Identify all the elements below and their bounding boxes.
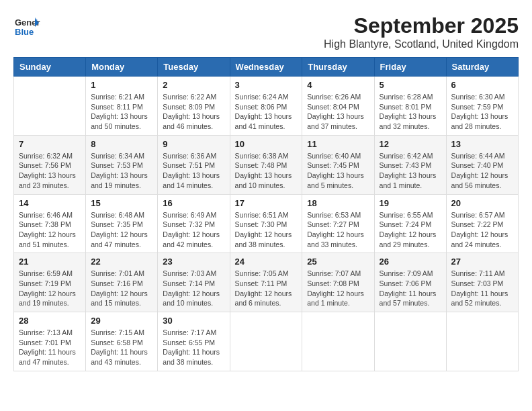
day-cell: 28Sunrise: 7:13 AM Sunset: 7:01 PM Dayli… xyxy=(14,312,86,371)
day-cell: 19Sunrise: 6:55 AM Sunset: 7:24 PM Dayli… xyxy=(374,194,446,253)
day-number: 26 xyxy=(380,257,441,267)
day-cell: 14Sunrise: 6:46 AM Sunset: 7:38 PM Dayli… xyxy=(14,194,86,253)
col-header-saturday: Saturday xyxy=(446,58,518,77)
day-cell: 13Sunrise: 6:44 AM Sunset: 7:40 PM Dayli… xyxy=(446,135,518,194)
day-number: 3 xyxy=(235,80,298,90)
day-info: Sunrise: 6:53 AM Sunset: 7:27 PM Dayligh… xyxy=(307,210,369,250)
week-row-2: 7Sunrise: 6:32 AM Sunset: 7:56 PM Daylig… xyxy=(14,135,519,194)
col-header-tuesday: Tuesday xyxy=(158,58,230,77)
day-number: 7 xyxy=(19,139,81,149)
day-number: 6 xyxy=(451,80,513,90)
day-cell: 23Sunrise: 7:03 AM Sunset: 7:14 PM Dayli… xyxy=(158,253,230,312)
day-number: 14 xyxy=(19,198,81,208)
day-cell: 21Sunrise: 6:59 AM Sunset: 7:19 PM Dayli… xyxy=(14,253,86,312)
day-info: Sunrise: 6:28 AM Sunset: 8:01 PM Dayligh… xyxy=(380,92,441,132)
day-number: 30 xyxy=(163,316,224,326)
day-cell: 25Sunrise: 7:07 AM Sunset: 7:08 PM Dayli… xyxy=(302,253,374,312)
day-info: Sunrise: 6:46 AM Sunset: 7:38 PM Dayligh… xyxy=(19,210,81,250)
day-info: Sunrise: 7:05 AM Sunset: 7:11 PM Dayligh… xyxy=(235,269,298,308)
day-cell: 15Sunrise: 6:48 AM Sunset: 7:35 PM Dayli… xyxy=(86,194,158,253)
day-number: 17 xyxy=(235,198,298,208)
day-cell xyxy=(230,312,302,371)
day-number: 21 xyxy=(19,257,81,267)
day-number: 27 xyxy=(451,257,513,267)
day-number: 19 xyxy=(380,198,441,208)
day-cell: 7Sunrise: 6:32 AM Sunset: 7:56 PM Daylig… xyxy=(14,135,86,194)
col-header-friday: Friday xyxy=(374,58,446,77)
day-info: Sunrise: 7:01 AM Sunset: 7:16 PM Dayligh… xyxy=(91,269,152,308)
day-info: Sunrise: 6:57 AM Sunset: 7:22 PM Dayligh… xyxy=(451,210,513,250)
day-cell: 27Sunrise: 7:11 AM Sunset: 7:03 PM Dayli… xyxy=(446,253,518,312)
day-number: 8 xyxy=(91,139,152,149)
day-cell: 10Sunrise: 6:38 AM Sunset: 7:48 PM Dayli… xyxy=(230,135,302,194)
day-info: Sunrise: 7:15 AM Sunset: 6:58 PM Dayligh… xyxy=(91,328,152,367)
day-info: Sunrise: 6:26 AM Sunset: 8:04 PM Dayligh… xyxy=(307,92,369,132)
day-number: 11 xyxy=(307,139,369,149)
day-cell: 3Sunrise: 6:24 AM Sunset: 8:06 PM Daylig… xyxy=(230,77,302,136)
day-cell: 1Sunrise: 6:21 AM Sunset: 8:11 PM Daylig… xyxy=(86,77,158,136)
day-info: Sunrise: 6:38 AM Sunset: 7:48 PM Dayligh… xyxy=(235,151,298,191)
day-info: Sunrise: 7:17 AM Sunset: 6:55 PM Dayligh… xyxy=(163,328,224,367)
day-number: 12 xyxy=(380,139,441,149)
day-number: 22 xyxy=(91,257,152,267)
calendar: SundayMondayTuesdayWednesdayThursdayFrid… xyxy=(13,57,519,371)
day-cell: 17Sunrise: 6:51 AM Sunset: 7:30 PM Dayli… xyxy=(230,194,302,253)
day-info: Sunrise: 6:36 AM Sunset: 7:51 PM Dayligh… xyxy=(163,151,224,191)
day-info: Sunrise: 6:40 AM Sunset: 7:45 PM Dayligh… xyxy=(307,151,369,191)
day-info: Sunrise: 6:24 AM Sunset: 8:06 PM Dayligh… xyxy=(235,92,298,132)
day-cell xyxy=(446,312,518,371)
day-number: 29 xyxy=(91,316,152,326)
day-cell: 12Sunrise: 6:42 AM Sunset: 7:43 PM Dayli… xyxy=(374,135,446,194)
week-row-1: 1Sunrise: 6:21 AM Sunset: 8:11 PM Daylig… xyxy=(14,77,519,136)
day-cell: 16Sunrise: 6:49 AM Sunset: 7:32 PM Dayli… xyxy=(158,194,230,253)
day-cell: 22Sunrise: 7:01 AM Sunset: 7:16 PM Dayli… xyxy=(86,253,158,312)
day-cell: 9Sunrise: 6:36 AM Sunset: 7:51 PM Daylig… xyxy=(158,135,230,194)
day-number: 4 xyxy=(307,80,369,90)
day-cell: 6Sunrise: 6:30 AM Sunset: 7:59 PM Daylig… xyxy=(446,77,518,136)
day-info: Sunrise: 6:42 AM Sunset: 7:43 PM Dayligh… xyxy=(380,151,441,191)
day-info: Sunrise: 7:09 AM Sunset: 7:06 PM Dayligh… xyxy=(380,269,441,308)
day-cell xyxy=(374,312,446,371)
day-info: Sunrise: 6:32 AM Sunset: 7:56 PM Dayligh… xyxy=(19,151,81,191)
day-number: 23 xyxy=(163,257,224,267)
day-number: 24 xyxy=(235,257,298,267)
day-cell: 2Sunrise: 6:22 AM Sunset: 8:09 PM Daylig… xyxy=(158,77,230,136)
logo-icon: General Blue xyxy=(13,13,40,40)
day-cell: 26Sunrise: 7:09 AM Sunset: 7:06 PM Dayli… xyxy=(374,253,446,312)
day-cell xyxy=(302,312,374,371)
day-cell: 5Sunrise: 6:28 AM Sunset: 8:01 PM Daylig… xyxy=(374,77,446,136)
day-info: Sunrise: 6:44 AM Sunset: 7:40 PM Dayligh… xyxy=(451,151,513,191)
col-header-wednesday: Wednesday xyxy=(230,58,302,77)
day-number: 18 xyxy=(307,198,369,208)
day-cell: 4Sunrise: 6:26 AM Sunset: 8:04 PM Daylig… xyxy=(302,77,374,136)
week-row-4: 21Sunrise: 6:59 AM Sunset: 7:19 PM Dayli… xyxy=(14,253,519,312)
day-info: Sunrise: 7:07 AM Sunset: 7:08 PM Dayligh… xyxy=(307,269,369,308)
day-cell: 29Sunrise: 7:15 AM Sunset: 6:58 PM Dayli… xyxy=(86,312,158,371)
week-row-5: 28Sunrise: 7:13 AM Sunset: 7:01 PM Dayli… xyxy=(14,312,519,371)
day-number: 15 xyxy=(91,198,152,208)
day-number: 13 xyxy=(451,139,513,149)
col-header-sunday: Sunday xyxy=(14,58,86,77)
day-number: 16 xyxy=(163,198,224,208)
col-header-thursday: Thursday xyxy=(302,58,374,77)
location-title: High Blantyre, Scotland, United Kingdom xyxy=(324,38,519,50)
day-info: Sunrise: 6:30 AM Sunset: 7:59 PM Dayligh… xyxy=(451,92,513,132)
day-cell: 20Sunrise: 6:57 AM Sunset: 7:22 PM Dayli… xyxy=(446,194,518,253)
month-title: September 2025 xyxy=(324,13,519,38)
week-row-3: 14Sunrise: 6:46 AM Sunset: 7:38 PM Dayli… xyxy=(14,194,519,253)
day-cell: 18Sunrise: 6:53 AM Sunset: 7:27 PM Dayli… xyxy=(302,194,374,253)
day-info: Sunrise: 7:13 AM Sunset: 7:01 PM Dayligh… xyxy=(19,328,81,367)
day-info: Sunrise: 6:48 AM Sunset: 7:35 PM Dayligh… xyxy=(91,210,152,250)
day-cell xyxy=(14,77,86,136)
day-info: Sunrise: 7:11 AM Sunset: 7:03 PM Dayligh… xyxy=(451,269,513,308)
day-info: Sunrise: 6:49 AM Sunset: 7:32 PM Dayligh… xyxy=(163,210,224,250)
col-header-monday: Monday xyxy=(86,58,158,77)
header: General Blue September 2025 High Blantyr… xyxy=(13,13,519,50)
day-number: 25 xyxy=(307,257,369,267)
svg-text:Blue: Blue xyxy=(15,27,34,37)
day-cell: 11Sunrise: 6:40 AM Sunset: 7:45 PM Dayli… xyxy=(302,135,374,194)
day-cell: 24Sunrise: 7:05 AM Sunset: 7:11 PM Dayli… xyxy=(230,253,302,312)
day-cell: 30Sunrise: 7:17 AM Sunset: 6:55 PM Dayli… xyxy=(158,312,230,371)
day-number: 5 xyxy=(380,80,441,90)
day-info: Sunrise: 6:59 AM Sunset: 7:19 PM Dayligh… xyxy=(19,269,81,308)
